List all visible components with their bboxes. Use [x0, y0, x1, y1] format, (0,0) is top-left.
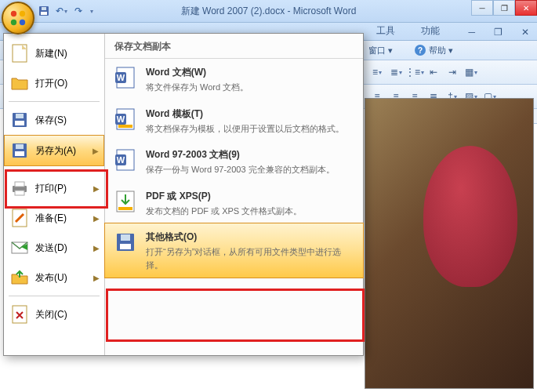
save-icon[interactable] [38, 5, 50, 17]
svg-rect-34 [121, 234, 130, 241]
svg-rect-33 [120, 244, 131, 249]
word-97-icon: W [113, 147, 138, 172]
saveas-word-97-2003[interactable]: W Word 97-2003 文档(9)保存一份与 Word 97-2003 完… [105, 141, 363, 183]
svg-point-2 [11, 20, 16, 25]
document-area[interactable] [365, 98, 534, 389]
saveas-word-template[interactable]: W Word 模板(T)将文档保存为模板，以便用于设置以后文档的格式。 [105, 100, 363, 142]
help-menu[interactable]: ?帮助 ▾ [415, 45, 453, 56]
print-icon [10, 179, 29, 198]
saveas-other-format[interactable]: 其他格式(O)打开“另存为”对话框，从所有可用文件类型中进行选择。 [104, 223, 364, 278]
svg-rect-5 [41, 12, 47, 15]
doc-close-button[interactable]: ✕ [513, 24, 537, 40]
window-menu[interactable]: 窗口 ▾ [368, 45, 393, 56]
restore-button[interactable]: ❐ [493, 0, 515, 16]
word-doc-icon: W [113, 65, 138, 90]
close-file-icon [10, 305, 29, 324]
save-icon [10, 111, 29, 129]
menu-send[interactable]: 发送(D) ▶ [4, 233, 104, 263]
undo-icon[interactable]: ↶▾ [55, 5, 67, 17]
menu-prepare[interactable]: 准备(E) ▶ [4, 203, 104, 233]
indent-right-icon[interactable]: ⇥ [444, 64, 461, 81]
indent-left-icon[interactable]: ⇤ [425, 64, 442, 81]
pdf-icon [113, 189, 138, 214]
qat-dropdown-icon[interactable]: ▾ [90, 8, 93, 15]
svg-rect-6 [42, 7, 46, 10]
window-title: 新建 Word 2007 (2).docx - Microsoft Word [181, 5, 357, 18]
menu-new[interactable]: 新建(N) [4, 38, 104, 68]
svg-text:W: W [117, 73, 125, 82]
numbered-list-icon[interactable]: ≣▾ [387, 64, 405, 81]
border-icon[interactable]: ▦▾ [463, 64, 480, 81]
office-menu: 新建(N) 打开(O) 保存(S) 另存为(A) ▶ 打印(P) ▶ 准备(E)… [3, 33, 364, 356]
saveas-word-doc[interactable]: W Word 文档(W)将文件保存为 Word 文档。 [105, 59, 363, 100]
svg-rect-13 [16, 144, 24, 149]
open-icon [10, 74, 29, 93]
help-icon: ? [415, 45, 426, 56]
word-template-icon: W [113, 107, 138, 132]
office-button[interactable] [2, 2, 34, 34]
svg-point-3 [20, 20, 25, 25]
svg-rect-31 [118, 207, 132, 210]
svg-rect-15 [15, 182, 24, 187]
chevron-right-icon: ▶ [93, 274, 100, 282]
redo-icon[interactable]: ↷ [72, 5, 85, 17]
save-other-icon [113, 230, 138, 255]
multilevel-list-icon[interactable]: ⋮≡▾ [406, 64, 423, 81]
close-button[interactable]: ✕ [515, 0, 537, 16]
send-icon [10, 238, 29, 257]
menu-publish[interactable]: 发布(U) ▶ [4, 263, 104, 292]
saveas-pdf-xps[interactable]: PDF 或 XPS(P)发布文档的 PDF 或 XPS 文件格式副本。 [105, 183, 363, 224]
list-icon[interactable]: ≡▾ [368, 64, 386, 81]
menu-save[interactable]: 保存(S) [4, 105, 104, 135]
svg-rect-12 [15, 151, 24, 156]
svg-point-0 [11, 11, 16, 16]
menu-save-as[interactable]: 另存为(A) ▶ [4, 135, 104, 166]
chevron-right-icon: ▶ [93, 214, 100, 223]
doc-minimize-button[interactable]: ─ [460, 24, 483, 40]
svg-text:W: W [117, 114, 125, 124]
chevron-right-icon: ▶ [93, 147, 99, 155]
svg-text:W: W [117, 155, 125, 165]
minimize-button[interactable]: ─ [471, 0, 493, 16]
svg-rect-16 [15, 191, 24, 195]
save-as-icon [10, 141, 29, 160]
submenu-header: 保存文档副本 [105, 34, 363, 59]
svg-rect-10 [16, 114, 24, 118]
chevron-right-icon: ▶ [93, 244, 100, 252]
menu-print[interactable]: 打印(P) ▶ [4, 173, 104, 203]
menu-open[interactable]: 打开(O) [4, 68, 104, 98]
svg-rect-26 [118, 125, 132, 128]
document-image [365, 99, 533, 388]
new-icon [10, 44, 29, 63]
doc-restore-button[interactable]: ❐ [486, 24, 510, 40]
chevron-right-icon: ▶ [93, 184, 100, 193]
svg-point-1 [20, 11, 25, 16]
publish-icon [10, 268, 29, 287]
prepare-icon [10, 209, 29, 227]
svg-rect-9 [15, 121, 24, 125]
quick-access-toolbar: ↶▾ ↷ ▾ [38, 5, 93, 17]
menu-close[interactable]: 关闭(C) [4, 299, 104, 329]
